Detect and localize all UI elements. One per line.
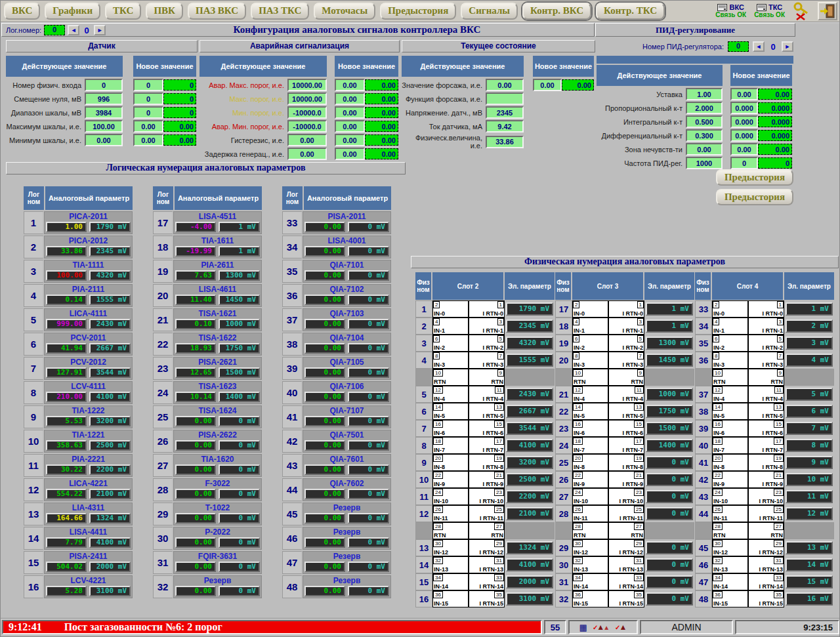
pin-cell-rtn: 7I RTN-3	[748, 352, 784, 369]
analog-parameter-cell: PCV-2012127.913544 mV	[44, 357, 133, 380]
new-value-entry-field[interactable]: 0.00	[758, 144, 792, 155]
alarm-ack-icon-2[interactable]: ✓▲	[615, 623, 627, 631]
pid-prev-button[interactable]: ◄	[753, 41, 765, 52]
new-value-entry-field[interactable]: 0.00	[163, 134, 196, 146]
new-value-field[interactable]: 0	[133, 106, 163, 119]
new-value-field[interactable]: 0.00	[335, 120, 365, 133]
new-value-entry-field[interactable]: 0	[163, 107, 196, 118]
new-value-entry-field[interactable]: 0.00	[365, 148, 398, 159]
log-number-input[interactable]: 0	[44, 25, 65, 35]
el-parameter-value-cell: 16 mV	[784, 590, 834, 607]
pin-number: 26	[713, 506, 723, 513]
pin-cell-in: 10RTN	[712, 369, 748, 386]
new-value-entry-field[interactable]: 0.00	[758, 89, 792, 100]
log-number-next-button[interactable]: ►	[94, 25, 106, 35]
new-value-field[interactable]: 0.000	[730, 102, 758, 114]
toolbar-button-8[interactable]: Предыстория	[380, 3, 456, 20]
new-value-entry-field[interactable]: 0.00	[562, 79, 594, 91]
pin-cell-in: 14IN-5	[572, 403, 608, 420]
parameter-tag: Резерв	[304, 527, 389, 537]
new-value-entry-field[interactable]: 0.00	[365, 79, 398, 91]
parameter-mv-display: 0 mV	[348, 489, 389, 499]
new-value-entry-field[interactable]: 0.000	[758, 116, 792, 127]
new-value-field[interactable]: 0.00	[133, 120, 163, 133]
new-value-field[interactable]: 0.000	[730, 129, 758, 142]
pin-label: I RTN-12	[619, 549, 644, 556]
new-value-field[interactable]: 0.00	[335, 134, 365, 146]
el-parameter-header: Эл. параметр	[644, 272, 694, 300]
el-parameter-mv-display: 1 mV	[646, 319, 693, 333]
toolbar-button-11[interactable]: Контр. ТКС	[596, 3, 665, 20]
new-value-field[interactable]: 0.00	[335, 148, 365, 160]
acting-value-field: 3984	[85, 106, 123, 119]
logical-column-header: Лог номАналоговый параметр	[153, 186, 262, 210]
pin-label: I RTN-15	[619, 600, 644, 607]
new-value-field[interactable]: 0.00	[730, 88, 758, 100]
el-parameter-mv-display: 0 mV	[646, 575, 693, 588]
logical-number: 43	[282, 454, 303, 477]
new-value-entry-field[interactable]: 0.00	[365, 107, 398, 118]
toolbar-button-3[interactable]: ТКС	[105, 3, 141, 20]
pid-next-button[interactable]: ►	[782, 41, 793, 52]
toolbar-button-5[interactable]: ПАЗ ВКС	[188, 3, 246, 20]
prehistory-button-1[interactable]: Предыстория	[716, 169, 793, 186]
el-parameter-mv-display: 1324 mV	[506, 541, 553, 554]
toolbar-button-4[interactable]: ПВК	[146, 3, 183, 20]
exit-button[interactable]	[818, 2, 837, 20]
new-value-field[interactable]: 0	[133, 79, 163, 91]
pin-number: 22	[573, 472, 583, 479]
new-value-entry-field[interactable]: 0.00	[365, 121, 398, 132]
pin-number: 29	[634, 540, 644, 547]
logical-row: 32Резерв0.000 mV	[153, 575, 262, 598]
alarm-ack-icon-1[interactable]: ✓▲▲	[593, 623, 610, 631]
toolbar-button-9[interactable]: Сигналы	[461, 3, 518, 20]
pid-number-input[interactable]: 0	[728, 41, 749, 52]
new-value-field[interactable]: 0.00	[730, 143, 758, 155]
analog-parameter-cell: QIA-76010.000 mV	[303, 454, 391, 477]
toolbar-button-10[interactable]: Контр. ВКС	[522, 3, 591, 20]
pin-label: I RTN-14	[759, 583, 784, 590]
el-parameter-value-cell: 2000 mV	[505, 573, 555, 590]
new-value-field[interactable]: 0.00	[335, 92, 365, 105]
parameter-tag: LISA-4411	[46, 527, 131, 537]
new-value-field[interactable]: 0.00	[335, 79, 365, 91]
toolbar-button-7[interactable]: Моточасы	[314, 3, 375, 20]
prehistory-button-2[interactable]: Предыстория	[716, 189, 793, 205]
parameter-label: Значение форсажа, и.е.	[402, 81, 486, 89]
parameter-tag: Резерв	[304, 576, 389, 586]
pin-label: RTN	[433, 379, 446, 385]
key-icon[interactable]	[793, 2, 810, 20]
parameter-value-display: 0.00	[304, 367, 345, 378]
new-value-field[interactable]: 0	[133, 92, 163, 105]
parameter-values: 0.000 mV	[304, 489, 389, 499]
new-value-entry-field[interactable]: 0	[163, 93, 196, 104]
toolbar-button-2[interactable]: Графики	[45, 3, 100, 20]
pin-cell-rtn: 35I RTN-15	[469, 590, 505, 607]
new-value-entry-field[interactable]: 0	[758, 157, 792, 169]
new-value-field[interactable]: 0.00	[335, 106, 365, 119]
new-value-field[interactable]: 0	[730, 157, 758, 169]
new-value-entry-field[interactable]: 0.00	[163, 121, 196, 132]
new-value-entry-field[interactable]: 0.00	[365, 93, 398, 104]
calendar-icon[interactable]: ▦	[579, 623, 587, 632]
pin-cell-in: 8IN-3	[712, 352, 748, 369]
logical-row: 1PICA-20111.001790 mV	[24, 211, 133, 234]
pin-label: I RTN-12	[759, 549, 784, 556]
pin-label: I RTN-1	[483, 327, 505, 334]
new-value-entry-field[interactable]: 0	[163, 79, 196, 91]
analog-parameter-cell: LISA-44117.794100 mV	[44, 527, 133, 550]
new-value-entry-field[interactable]: 0.000	[758, 130, 792, 141]
log-number-prev-button[interactable]: ◄	[68, 25, 79, 35]
toolbar-button-1[interactable]: ВКС	[4, 3, 40, 20]
pin-cell-rtn: 7I RTN-3	[608, 352, 644, 369]
new-value-entry-field[interactable]: 0.000	[758, 102, 792, 113]
physical-row: 172IN-01I RTN-01 mV	[555, 300, 694, 318]
current-user: ADMIN	[640, 620, 733, 634]
new-value-field[interactable]: 0.00	[133, 134, 163, 146]
new-value-entry-field[interactable]: 0.00	[365, 134, 398, 146]
toolbar-button-6[interactable]: ПАЗ ТКС	[251, 3, 309, 20]
new-value-field[interactable]: 0.00	[533, 79, 562, 91]
new-value-field[interactable]: 0.000	[730, 115, 758, 128]
logical-number: 37	[282, 308, 303, 331]
pin-number: 23	[494, 489, 504, 496]
